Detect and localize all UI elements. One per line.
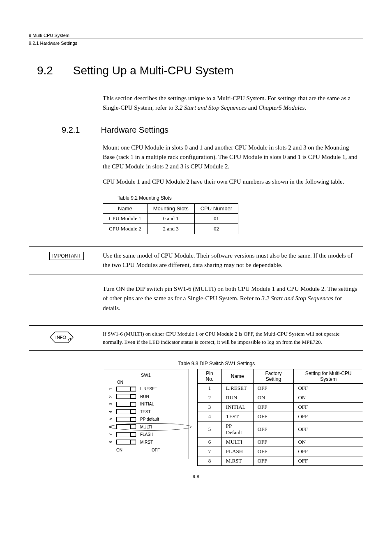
- dip-switch-thumb: [130, 410, 136, 414]
- dip-switch-row: 3INITIAL: [107, 401, 184, 408]
- section-title-text: Setting Up a Multi-CPU System: [73, 64, 234, 77]
- dip-switch-thumb: [130, 425, 136, 429]
- dip-switch-slot: [116, 394, 136, 399]
- important-label: IMPORTANT: [49, 252, 84, 260]
- dip-switch-slot: [116, 440, 136, 444]
- t93-cell-multi: OFF: [294, 384, 363, 393]
- table-row: 1L.RESETOFFOFF: [198, 384, 363, 393]
- dip-switch-row: 1L.RESET: [107, 385, 184, 392]
- t93-cell-name: FLASH: [221, 447, 253, 456]
- t93-cell-factory: ON: [253, 393, 294, 403]
- dip-switch-number: 6: [108, 424, 113, 430]
- header-rule: [29, 39, 363, 39]
- t93-cell-name: MULTI: [221, 438, 253, 447]
- t92-r0-num: 01: [194, 213, 238, 223]
- dip-switch-thumb: [130, 394, 136, 398]
- t93-cell-pin: 4: [198, 412, 222, 421]
- important-text: Use the same model of CPU Module. Their …: [103, 251, 359, 270]
- t93-cell-pin: 3: [198, 403, 222, 412]
- dip-on-label-top: ON: [117, 380, 184, 385]
- t92-r1-slots: 2 and 3: [147, 223, 194, 234]
- dip-switch-row: 7FLASH: [107, 431, 184, 438]
- table-row: 6MULTIOFFON: [198, 438, 363, 447]
- running-header-chapter: 9 Multi-CPU System: [29, 33, 363, 38]
- table-row: 4TESTOFFOFF: [198, 412, 363, 421]
- t93-cell-factory: OFF: [253, 412, 294, 421]
- t93-h-pin: Pin No.: [198, 369, 222, 384]
- dip-switch-row: 4TEST: [107, 408, 184, 415]
- hw-paragraph-1: Mount one CPU Module in slots 0 and 1 an…: [103, 143, 359, 172]
- dip-switch-diagram: SW1 ON 1L.RESET2RUN3INITIAL4TEST5PP defa…: [103, 369, 189, 459]
- t93-cell-pin: 2: [198, 393, 222, 403]
- t93-cell-factory: OFF: [253, 403, 294, 412]
- t93-cell-factory: OFF: [253, 438, 294, 447]
- dip-switch-number: 7: [108, 431, 113, 438]
- section-number: 9.2: [37, 64, 70, 77]
- dip-instruction-paragraph: Turn ON the DIP switch pin SW1-6 (MULTI)…: [103, 284, 359, 313]
- t93-cell-name: PP Default: [221, 421, 253, 438]
- dip-switch-number: 1: [108, 386, 113, 392]
- t93-cell-name: TEST: [221, 412, 253, 421]
- dip-switch-label: L.RESET: [140, 387, 157, 391]
- hw-paragraph-2: CPU Module 1 and CPU Module 2 have their…: [103, 177, 359, 187]
- t93-cell-name: M.RST: [221, 456, 253, 466]
- svg-text:INFO: INFO: [55, 335, 67, 340]
- dip-switch-row: 8M.RST: [107, 439, 184, 446]
- subsection-title-text: Hardware Settings: [101, 125, 169, 134]
- t93-cell-name: L.RESET: [221, 384, 253, 393]
- dip-switch-number: 5: [108, 416, 113, 423]
- table-row: 3INITIALOFFOFF: [198, 403, 363, 412]
- dip-switch-slot: [116, 424, 136, 429]
- table-9-2-caption: Table 9.2 Mounting Slots: [0, 195, 363, 201]
- dip-switch-label: FLASH: [140, 432, 153, 437]
- dip-switch-thumb: [130, 387, 136, 391]
- dip-switch-label: INITIAL: [140, 402, 154, 406]
- table-row: CPU Module 2 2 and 3 02: [103, 223, 238, 234]
- subsection-heading: 9.2.1 Hardware Settings: [62, 125, 363, 135]
- table-row: 7FLASHOFFOFF: [198, 447, 363, 456]
- t93-cell-factory: OFF: [253, 447, 294, 456]
- t93-cell-name: RUN: [221, 393, 253, 403]
- running-header-section: 9.2.1 Hardware Settings: [29, 41, 363, 46]
- dip-switch-label: RUN: [140, 394, 149, 399]
- section-intro: This section describes the settings uniq…: [103, 94, 359, 113]
- t92-r0-name: CPU Module 1: [103, 213, 148, 223]
- midpara-ref: 3.2 Start and Stop Sequences: [262, 295, 334, 302]
- t93-h-multi: Setting for Multi-CPU System: [294, 369, 363, 384]
- t93-cell-pin: 6: [198, 438, 222, 447]
- dip-title: SW1: [107, 373, 184, 378]
- t93-cell-pin: 8: [198, 456, 222, 466]
- t93-cell-name: INITIAL: [221, 403, 253, 412]
- table-row: 8M.RSTOFFOFF: [198, 456, 363, 466]
- dip-switch-slot: [116, 417, 136, 422]
- info-text: If SW1-6 (MULTI) on either CPU Module 1 …: [103, 330, 359, 346]
- t93-cell-pin: 7: [198, 447, 222, 456]
- dip-switch-row: 6MULTI: [107, 424, 184, 431]
- table-row: 5PP DefaultOFFOFF: [198, 421, 363, 438]
- t93-cell-pin: 1: [198, 384, 222, 393]
- t93-cell-multi: ON: [294, 393, 363, 403]
- intro-text-c: .: [304, 104, 306, 111]
- intro-text-b: and: [247, 104, 258, 111]
- dip-switch-slot: [116, 387, 136, 391]
- t92-h-cpunum: CPU Number: [194, 203, 238, 213]
- t93-cell-multi: OFF: [294, 403, 363, 412]
- t93-cell-pin: 5: [198, 421, 222, 438]
- mounting-slots-table: Name Mounting Slots CPU Number CPU Modul…: [103, 203, 238, 234]
- dip-switch-thumb: [130, 417, 136, 421]
- dip-switch-slot: [116, 409, 136, 414]
- t92-r1-name: CPU Module 2: [103, 223, 148, 234]
- t93-cell-multi: ON: [294, 438, 363, 447]
- dip-switch-thumb: [130, 402, 136, 406]
- dip-switch-label: MULTI: [140, 425, 152, 429]
- t92-r0-slots: 0 and 1: [147, 213, 194, 223]
- dip-switch-number: 2: [108, 393, 113, 400]
- t92-r1-num: 02: [194, 223, 238, 234]
- intro-ref-2: Chapter5 Modules: [258, 104, 304, 111]
- info-icon: INFO: [49, 331, 74, 345]
- section-heading: 9.2 Setting Up a Multi-CPU System: [37, 64, 363, 77]
- table-row: 2RUNONON: [198, 393, 363, 403]
- t93-cell-factory: OFF: [253, 384, 294, 393]
- t93-cell-factory: OFF: [253, 421, 294, 438]
- info-callout: INFO If SW1-6 (MULTI) on either CPU Modu…: [29, 325, 363, 351]
